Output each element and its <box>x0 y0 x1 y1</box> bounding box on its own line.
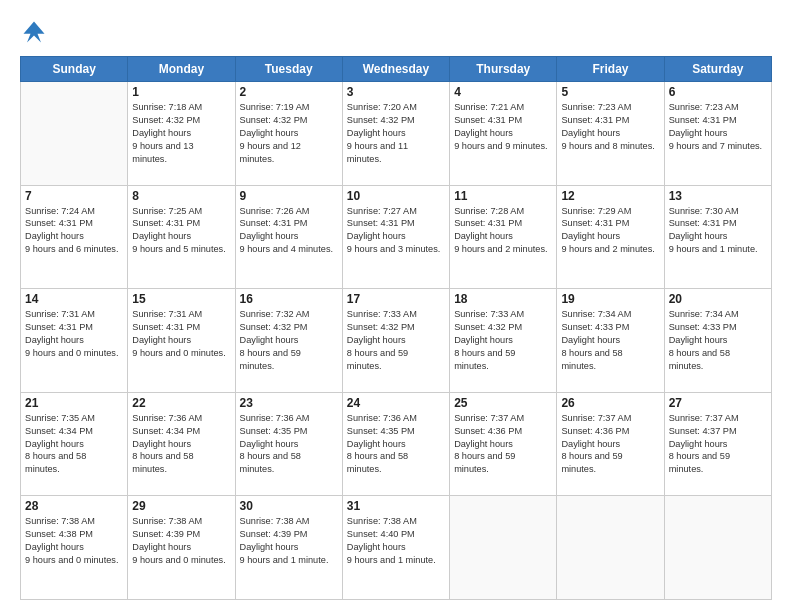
calendar-cell: 15 Sunrise: 7:31 AM Sunset: 4:31 PM Dayl… <box>128 289 235 393</box>
calendar-cell: 1 Sunrise: 7:18 AM Sunset: 4:32 PM Dayli… <box>128 82 235 186</box>
day-number: 2 <box>240 85 338 99</box>
day-info: Sunrise: 7:24 AM Sunset: 4:31 PM Dayligh… <box>25 205 123 257</box>
day-number: 24 <box>347 396 445 410</box>
day-info: Sunrise: 7:38 AM Sunset: 4:38 PM Dayligh… <box>25 515 123 567</box>
calendar-cell <box>664 496 771 600</box>
day-info: Sunrise: 7:33 AM Sunset: 4:32 PM Dayligh… <box>454 308 552 372</box>
day-number: 19 <box>561 292 659 306</box>
calendar-cell: 3 Sunrise: 7:20 AM Sunset: 4:32 PM Dayli… <box>342 82 449 186</box>
day-number: 18 <box>454 292 552 306</box>
day-number: 31 <box>347 499 445 513</box>
day-number: 25 <box>454 396 552 410</box>
calendar-cell: 30 Sunrise: 7:38 AM Sunset: 4:39 PM Dayl… <box>235 496 342 600</box>
calendar-cell: 22 Sunrise: 7:36 AM Sunset: 4:34 PM Dayl… <box>128 392 235 496</box>
day-number: 13 <box>669 189 767 203</box>
calendar-week-row: 21 Sunrise: 7:35 AM Sunset: 4:34 PM Dayl… <box>21 392 772 496</box>
calendar-cell: 24 Sunrise: 7:36 AM Sunset: 4:35 PM Dayl… <box>342 392 449 496</box>
day-number: 17 <box>347 292 445 306</box>
calendar-cell <box>450 496 557 600</box>
calendar-cell: 10 Sunrise: 7:27 AM Sunset: 4:31 PM Dayl… <box>342 185 449 289</box>
calendar-cell: 12 Sunrise: 7:29 AM Sunset: 4:31 PM Dayl… <box>557 185 664 289</box>
day-info: Sunrise: 7:18 AM Sunset: 4:32 PM Dayligh… <box>132 101 230 165</box>
calendar-cell: 25 Sunrise: 7:37 AM Sunset: 4:36 PM Dayl… <box>450 392 557 496</box>
day-info: Sunrise: 7:34 AM Sunset: 4:33 PM Dayligh… <box>561 308 659 372</box>
calendar-cell: 26 Sunrise: 7:37 AM Sunset: 4:36 PM Dayl… <box>557 392 664 496</box>
calendar-cell: 8 Sunrise: 7:25 AM Sunset: 4:31 PM Dayli… <box>128 185 235 289</box>
calendar-cell: 21 Sunrise: 7:35 AM Sunset: 4:34 PM Dayl… <box>21 392 128 496</box>
calendar-cell: 31 Sunrise: 7:38 AM Sunset: 4:40 PM Dayl… <box>342 496 449 600</box>
weekday-header: Thursday <box>450 57 557 82</box>
weekday-header: Friday <box>557 57 664 82</box>
day-info: Sunrise: 7:23 AM Sunset: 4:31 PM Dayligh… <box>669 101 767 153</box>
day-info: Sunrise: 7:34 AM Sunset: 4:33 PM Dayligh… <box>669 308 767 372</box>
day-number: 16 <box>240 292 338 306</box>
day-number: 26 <box>561 396 659 410</box>
weekday-header: Monday <box>128 57 235 82</box>
day-info: Sunrise: 7:36 AM Sunset: 4:35 PM Dayligh… <box>240 412 338 476</box>
calendar-cell <box>557 496 664 600</box>
day-info: Sunrise: 7:30 AM Sunset: 4:31 PM Dayligh… <box>669 205 767 257</box>
day-number: 3 <box>347 85 445 99</box>
calendar-cell: 4 Sunrise: 7:21 AM Sunset: 4:31 PM Dayli… <box>450 82 557 186</box>
calendar-cell: 14 Sunrise: 7:31 AM Sunset: 4:31 PM Dayl… <box>21 289 128 393</box>
calendar-cell: 20 Sunrise: 7:34 AM Sunset: 4:33 PM Dayl… <box>664 289 771 393</box>
calendar-cell: 19 Sunrise: 7:34 AM Sunset: 4:33 PM Dayl… <box>557 289 664 393</box>
day-info: Sunrise: 7:20 AM Sunset: 4:32 PM Dayligh… <box>347 101 445 165</box>
day-info: Sunrise: 7:37 AM Sunset: 4:37 PM Dayligh… <box>669 412 767 476</box>
logo-icon <box>20 18 48 46</box>
calendar-table: SundayMondayTuesdayWednesdayThursdayFrid… <box>20 56 772 600</box>
day-number: 30 <box>240 499 338 513</box>
day-info: Sunrise: 7:35 AM Sunset: 4:34 PM Dayligh… <box>25 412 123 476</box>
calendar-cell: 13 Sunrise: 7:30 AM Sunset: 4:31 PM Dayl… <box>664 185 771 289</box>
calendar-week-row: 14 Sunrise: 7:31 AM Sunset: 4:31 PM Dayl… <box>21 289 772 393</box>
day-number: 29 <box>132 499 230 513</box>
header <box>20 18 772 46</box>
calendar-cell: 23 Sunrise: 7:36 AM Sunset: 4:35 PM Dayl… <box>235 392 342 496</box>
weekday-header: Wednesday <box>342 57 449 82</box>
day-info: Sunrise: 7:29 AM Sunset: 4:31 PM Dayligh… <box>561 205 659 257</box>
day-info: Sunrise: 7:26 AM Sunset: 4:31 PM Dayligh… <box>240 205 338 257</box>
calendar-cell: 16 Sunrise: 7:32 AM Sunset: 4:32 PM Dayl… <box>235 289 342 393</box>
weekday-header: Saturday <box>664 57 771 82</box>
day-info: Sunrise: 7:37 AM Sunset: 4:36 PM Dayligh… <box>561 412 659 476</box>
day-number: 22 <box>132 396 230 410</box>
page: SundayMondayTuesdayWednesdayThursdayFrid… <box>0 0 792 612</box>
calendar-cell: 28 Sunrise: 7:38 AM Sunset: 4:38 PM Dayl… <box>21 496 128 600</box>
day-number: 21 <box>25 396 123 410</box>
logo <box>20 18 52 46</box>
weekday-header-row: SundayMondayTuesdayWednesdayThursdayFrid… <box>21 57 772 82</box>
day-number: 15 <box>132 292 230 306</box>
day-info: Sunrise: 7:32 AM Sunset: 4:32 PM Dayligh… <box>240 308 338 372</box>
calendar-week-row: 1 Sunrise: 7:18 AM Sunset: 4:32 PM Dayli… <box>21 82 772 186</box>
day-number: 6 <box>669 85 767 99</box>
day-number: 11 <box>454 189 552 203</box>
day-info: Sunrise: 7:19 AM Sunset: 4:32 PM Dayligh… <box>240 101 338 165</box>
weekday-header: Sunday <box>21 57 128 82</box>
day-number: 5 <box>561 85 659 99</box>
calendar-cell: 27 Sunrise: 7:37 AM Sunset: 4:37 PM Dayl… <box>664 392 771 496</box>
day-number: 28 <box>25 499 123 513</box>
day-number: 20 <box>669 292 767 306</box>
day-info: Sunrise: 7:38 AM Sunset: 4:40 PM Dayligh… <box>347 515 445 567</box>
calendar-cell: 9 Sunrise: 7:26 AM Sunset: 4:31 PM Dayli… <box>235 185 342 289</box>
day-info: Sunrise: 7:28 AM Sunset: 4:31 PM Dayligh… <box>454 205 552 257</box>
svg-marker-0 <box>24 22 45 43</box>
day-info: Sunrise: 7:23 AM Sunset: 4:31 PM Dayligh… <box>561 101 659 153</box>
day-info: Sunrise: 7:21 AM Sunset: 4:31 PM Dayligh… <box>454 101 552 153</box>
day-info: Sunrise: 7:38 AM Sunset: 4:39 PM Dayligh… <box>132 515 230 567</box>
day-number: 1 <box>132 85 230 99</box>
calendar-cell: 2 Sunrise: 7:19 AM Sunset: 4:32 PM Dayli… <box>235 82 342 186</box>
calendar-cell: 29 Sunrise: 7:38 AM Sunset: 4:39 PM Dayl… <box>128 496 235 600</box>
day-info: Sunrise: 7:31 AM Sunset: 4:31 PM Dayligh… <box>132 308 230 360</box>
day-number: 10 <box>347 189 445 203</box>
day-number: 7 <box>25 189 123 203</box>
calendar-cell: 18 Sunrise: 7:33 AM Sunset: 4:32 PM Dayl… <box>450 289 557 393</box>
calendar-cell: 17 Sunrise: 7:33 AM Sunset: 4:32 PM Dayl… <box>342 289 449 393</box>
day-number: 9 <box>240 189 338 203</box>
day-info: Sunrise: 7:31 AM Sunset: 4:31 PM Dayligh… <box>25 308 123 360</box>
day-number: 27 <box>669 396 767 410</box>
calendar-cell: 6 Sunrise: 7:23 AM Sunset: 4:31 PM Dayli… <box>664 82 771 186</box>
calendar-cell: 5 Sunrise: 7:23 AM Sunset: 4:31 PM Dayli… <box>557 82 664 186</box>
day-info: Sunrise: 7:36 AM Sunset: 4:35 PM Dayligh… <box>347 412 445 476</box>
day-info: Sunrise: 7:33 AM Sunset: 4:32 PM Dayligh… <box>347 308 445 372</box>
